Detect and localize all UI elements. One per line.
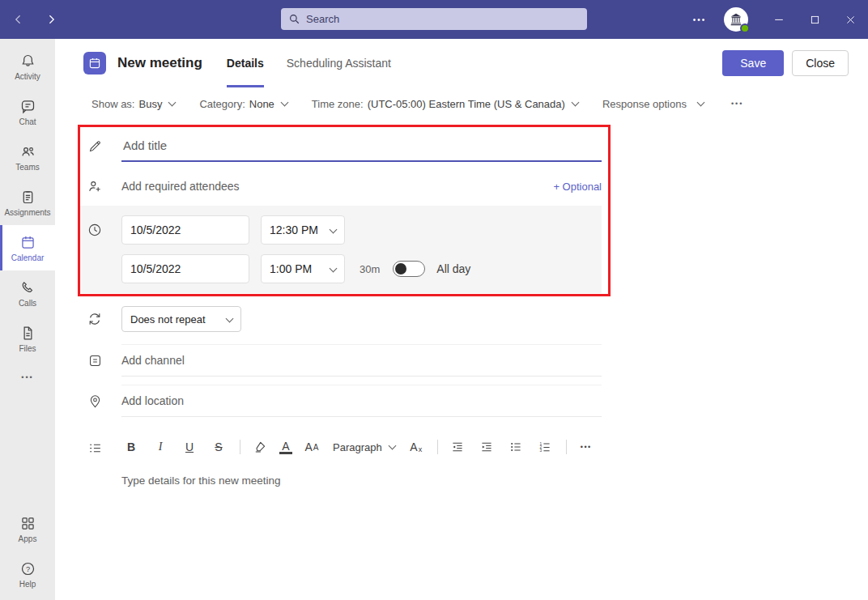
details-editor-row: B I U S A AA Paragraph (55, 429, 868, 572)
response-options-dropdown[interactable]: Response options (602, 98, 704, 110)
meeting-form: + Optional 12:30 PM (55, 125, 868, 572)
end-date-input[interactable] (121, 254, 249, 283)
clipboard-icon (19, 189, 36, 206)
all-day-label: All day (436, 262, 470, 275)
toolbar-divider (240, 440, 240, 454)
main-content: New meeting Details Scheduling Assistant… (55, 39, 868, 600)
repeat-icon (81, 311, 108, 327)
titlebar-right: ••• (683, 0, 868, 39)
toolbar-divider (437, 440, 438, 454)
search-bar[interactable] (281, 8, 587, 30)
channel-icon (81, 353, 108, 368)
svg-text:?: ? (25, 565, 29, 573)
chevron-down-icon (330, 264, 338, 272)
meeting-header: New meeting Details Scheduling Assistant… (55, 39, 868, 87)
clock-icon (81, 222, 108, 238)
font-size-button[interactable]: AA (302, 440, 321, 453)
sidebar-item-assignments[interactable]: Assignments (0, 180, 55, 225)
highlighter-icon[interactable] (250, 440, 270, 453)
timezone-dropdown[interactable]: Time zone: (UTC-05:00) Eastern Time (US … (312, 98, 578, 110)
tab-scheduling-assistant[interactable]: Scheduling Assistant (287, 39, 391, 87)
phone-icon (19, 279, 36, 296)
underline-button[interactable]: U (180, 440, 199, 453)
title-row (55, 125, 868, 167)
chevron-down-icon (280, 98, 288, 106)
sidebar-item-apps[interactable]: Apps (0, 506, 55, 551)
chevron-down-icon (571, 98, 579, 106)
file-icon (19, 325, 36, 342)
back-button[interactable] (6, 6, 31, 32)
header-actions: Save Close (722, 50, 849, 76)
maximize-button[interactable] (797, 0, 832, 39)
start-datetime-row: 12:30 PM (78, 211, 602, 249)
sidebar-item-help[interactable]: ? Help (0, 551, 55, 597)
repeat-dropdown[interactable]: Does not repeat (121, 306, 241, 332)
meeting-details-input[interactable]: Type details for this new meeting (121, 474, 602, 572)
font-color-button[interactable]: A (279, 440, 292, 454)
category-dropdown[interactable]: Category: None (199, 98, 287, 110)
start-date-input[interactable] (121, 215, 249, 245)
chevron-down-icon (226, 314, 234, 322)
title-input[interactable] (121, 130, 602, 162)
strikethrough-button[interactable]: S (209, 440, 228, 453)
sidebar-item-calls[interactable]: Calls (0, 270, 55, 316)
channel-input[interactable] (121, 354, 602, 367)
sidebar-item-calendar[interactable]: Calendar (0, 225, 55, 270)
avatar[interactable] (724, 7, 748, 32)
sidebar-item-files[interactable]: Files (0, 316, 55, 361)
location-pin-icon (81, 394, 108, 409)
sidebar-more-button[interactable]: ••• (0, 361, 55, 394)
person-add-icon (81, 178, 108, 194)
chevron-down-icon (697, 98, 705, 106)
close-window-button[interactable] (832, 0, 868, 39)
svg-text:3: 3 (539, 449, 542, 453)
bold-button[interactable]: B (121, 440, 141, 453)
minimize-button[interactable] (761, 0, 797, 39)
attendees-row: + Optional (55, 167, 868, 206)
show-as-dropdown[interactable]: Show as: Busy (91, 98, 175, 110)
editor-toolbar: B I U S A AA Paragraph (121, 429, 602, 465)
nav-buttons (0, 6, 63, 32)
editor-more-button[interactable]: ••• (577, 443, 596, 451)
save-button[interactable]: Save (722, 50, 784, 76)
close-button[interactable]: Close (792, 50, 849, 76)
chat-icon (19, 98, 36, 115)
chevron-down-icon (168, 98, 177, 106)
chevron-right-icon (45, 13, 57, 26)
sidebar-item-activity[interactable]: Activity (0, 44, 55, 89)
chevron-down-icon (388, 441, 396, 449)
titlebar: ••• (0, 0, 868, 39)
italic-button[interactable]: I (151, 440, 170, 453)
repeat-row: Does not repeat (55, 300, 868, 338)
bullet-list-icon[interactable] (506, 440, 525, 453)
page-title: New meeting (117, 55, 202, 71)
clear-formatting-button[interactable]: Ax (406, 440, 426, 453)
numbered-list-icon[interactable]: 123 (535, 440, 555, 453)
chevron-down-icon (330, 225, 338, 233)
outdent-icon[interactable] (448, 440, 467, 453)
location-input[interactable] (121, 394, 602, 407)
indent-icon[interactable] (477, 440, 496, 453)
minimize-icon (772, 13, 785, 26)
optional-attendees-link[interactable]: + Optional (553, 181, 602, 193)
start-time-dropdown[interactable]: 12:30 PM (261, 215, 345, 245)
search-input[interactable] (306, 13, 580, 25)
toolbar-divider (566, 440, 567, 454)
options-more-button[interactable]: ••• (731, 100, 743, 108)
calendar-icon (19, 234, 36, 251)
people-icon (19, 143, 36, 160)
all-day-toggle[interactable] (393, 261, 425, 277)
sidebar-item-chat[interactable]: Chat (0, 89, 55, 134)
pencil-icon (81, 138, 108, 154)
forward-button[interactable] (39, 6, 63, 32)
duration-label: 30m (360, 263, 380, 275)
sidebar-spacer (0, 394, 55, 506)
meeting-calendar-icon (83, 52, 106, 74)
paragraph-style-dropdown[interactable]: Paragraph (333, 441, 395, 453)
attendees-input[interactable] (121, 167, 543, 206)
tab-details[interactable]: Details (227, 39, 264, 87)
sidebar-item-teams[interactable]: Teams (0, 134, 55, 180)
titlebar-more-button[interactable]: ••• (683, 15, 716, 24)
toggle-knob (395, 263, 406, 274)
end-time-dropdown[interactable]: 1:00 PM (261, 254, 345, 283)
